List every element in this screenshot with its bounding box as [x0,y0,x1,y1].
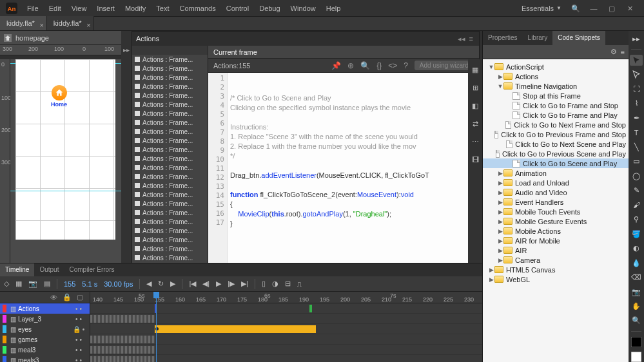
text-tool-icon[interactable]: T [630,128,643,138]
fill-color[interactable] [630,352,643,362]
frame-track[interactable] [90,355,482,362]
tab-compiler-errors[interactable]: Compiler Errors [64,263,119,276]
actions-frame-list[interactable]: Actions : Frame...Actions : Frame...Acti… [132,46,208,285]
menu-help[interactable]: Help [321,0,346,17]
snippet-file[interactable]: Click to Go to Previous Scene and Play [483,149,629,158]
layer-row[interactable]: ▥meals3• • [0,355,90,362]
actions-frame-row[interactable]: Actions : Frame... [132,154,208,163]
onion-icon[interactable]: ▦ [15,280,22,288]
search-icon[interactable]: 🔍 [567,0,585,17]
snippet-folder[interactable]: ▶Mobile Touch Events [483,207,629,216]
actions-frame-row[interactable]: Actions : Frame... [132,226,208,235]
expand-icon[interactable]: ▸▸ [630,33,643,44]
stage[interactable]: 0 100 200 300 Home [0,59,121,263]
doc-tab-1[interactable]: kiddy.fla*× [47,16,94,30]
lasso-tool-icon[interactable]: ⌇ [630,99,643,109]
home-button-symbol[interactable]: Home [51,85,67,108]
window-minimize[interactable]: — [585,0,603,17]
workspace-switcher[interactable]: Essentials▼ [516,5,567,12]
camera-tool-icon[interactable]: 📷 [630,287,643,297]
actions-frame-row[interactable]: Actions : Frame... [132,181,208,190]
snippet-file[interactable]: Stop at this Frame [483,91,629,100]
grid-icon[interactable]: ⊞ [470,82,480,93]
code-snippets-tree[interactable]: ▼ActionScript▶Actions▼Timeline Navigatio… [483,59,629,362]
layer-list[interactable]: 👁🔒▢ ▥Actions• • ▥Layer_3• • ▥eyes🔒 • ▥ga… [0,292,90,362]
actions-frame-row[interactable]: Actions : Frame... [132,208,208,217]
tab-library[interactable]: Library [523,31,553,45]
find-icon[interactable]: 🔍 [360,61,370,70]
panel-menu-icon[interactable]: ≡ [621,48,625,56]
menu-window[interactable]: Window [286,0,321,17]
gear-icon[interactable]: ⚙ [610,48,617,56]
insert-frame-icon[interactable]: ▯ [262,280,266,288]
hand-tool-icon[interactable]: ✋ [630,301,643,311]
snippet-folder[interactable]: ▼ActionScript [483,62,629,71]
bucket-tool-icon[interactable]: 🪣 [630,229,643,239]
collapse-icon[interactable]: ◂◂ [456,35,467,43]
actions-frame-row[interactable]: Actions : Frame... [132,199,208,208]
tab-output[interactable]: Output [34,263,64,276]
add-wizard-button[interactable]: Add using wizard [415,61,474,70]
layers-icon[interactable]: ▤ [44,280,50,288]
panel-menu-icon[interactable]: ≡ [467,35,475,43]
snippet-folder[interactable]: ▶HTML5 Canvas [483,265,629,274]
snippet-file[interactable]: Click to Go to Scene and Play [483,158,629,168]
ink-tool-icon[interactable]: ◐ [630,243,643,253]
actions-frame-row[interactable]: Actions : Frame... [132,163,208,172]
actions-frame-row[interactable]: Actions : Frame... [132,172,208,181]
actions-frame-row[interactable]: Actions : Frame... [132,253,208,262]
actions-frame-row[interactable]: Actions : Frame... [132,55,208,64]
keyframe-icon[interactable]: ◇ [4,280,9,288]
pen-tool-icon[interactable]: ✒ [630,113,643,123]
doc-tab-0[interactable]: kiddy.fla*× [0,16,47,30]
snippet-file[interactable]: Click to Go to Frame and Play [483,110,629,120]
edit-multi-icon[interactable]: ⊟ [285,280,291,288]
playhead[interactable] [156,292,157,362]
brush-tool-icon[interactable]: 🖌 [630,200,643,210]
stage-canvas[interactable]: Home [15,59,115,240]
target-icon[interactable]: ⊕ [347,61,354,70]
transform-tool-icon[interactable]: ⛶ [630,84,643,94]
snippet-icon[interactable]: <> [388,61,397,70]
close-icon[interactable]: × [39,18,43,32]
fps[interactable]: 30.00 fps [104,280,133,288]
oval-tool-icon[interactable]: ◯ [630,171,643,181]
snippet-folder[interactable]: ▶Load and Unload [483,178,629,187]
bone-tool-icon[interactable]: ⚲ [630,214,643,224]
frame-track[interactable] [90,345,482,355]
menu-insert[interactable]: Insert [92,0,120,17]
frame-track[interactable] [90,324,482,334]
selection-tool-icon[interactable] [630,55,643,65]
layer-row[interactable]: ▥games• • [0,334,90,345]
actions-frame-row[interactable]: Actions : Frame... [132,136,208,145]
snippet-folder[interactable]: ▶Event Handlers [483,197,629,207]
menu-control[interactable]: Control [221,0,254,17]
actions-frame-row[interactable]: Actions : Frame... [132,118,208,127]
code-editor[interactable]: 1234567891011121314151617 /* Click to Go… [208,73,479,265]
tab-timeline[interactable]: Timeline [0,263,34,276]
frame-track[interactable] [90,314,482,324]
lock-icon[interactable]: 🔒 [63,293,72,301]
panel-collapse-gutter[interactable]: ▸▸ [121,31,132,263]
actions-frame-row[interactable]: Actions : Frame... [132,190,208,199]
snippet-folder[interactable]: ▶Audio and Video [483,187,629,197]
camera-icon[interactable]: 📷 [28,280,37,288]
menu-file[interactable]: File [22,0,44,17]
snippet-folder[interactable]: ▶Mobile Actions [483,226,629,236]
layer-row[interactable]: ▥Layer_3• • [0,314,90,324]
align-icon[interactable]: ▦ [470,64,480,75]
actions-frame-row[interactable]: Actions : Frame... [132,244,208,253]
scene-home-icon[interactable] [4,34,12,42]
menu-view[interactable]: View [66,0,92,17]
snippet-folder[interactable]: ▶AIR [483,245,629,255]
actions-frame-row[interactable]: Actions : Frame... [132,100,208,109]
step-fwd-icon[interactable]: |▶ [228,280,235,288]
actions-frame-row[interactable]: Actions : Frame... [132,127,208,136]
menu-modify[interactable]: Modify [120,0,151,17]
actions-frame-row[interactable]: Actions : Frame... [132,145,208,154]
step-back-icon[interactable]: ◀| [202,280,210,288]
snippet-folder[interactable]: ▶Camera [483,255,629,265]
line-tool-icon[interactable]: ╲ [630,142,643,152]
marker-icon[interactable]: ⎍ [297,280,302,288]
play-icon[interactable]: ▶ [216,280,221,288]
